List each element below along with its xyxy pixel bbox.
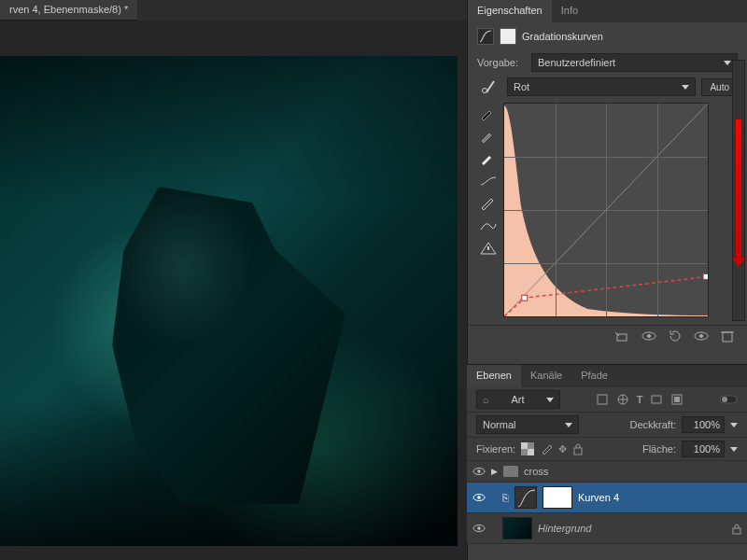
preset-select[interactable]: Benutzerdefiniert (531, 53, 738, 72)
layer-row-kurven4[interactable]: ⎘ Kurven 4 (467, 483, 747, 513)
channel-select[interactable]: Rot (507, 77, 696, 96)
properties-footer (468, 325, 747, 346)
svg-rect-10 (723, 332, 732, 342)
svg-point-24 (477, 469, 481, 473)
group-name: cross (524, 466, 548, 477)
filter-adjustment-icon[interactable] (616, 393, 629, 406)
tab-kanaele[interactable]: Kanäle (521, 365, 571, 387)
svg-rect-4 (703, 273, 708, 279)
clip-warning-icon[interactable] (479, 241, 498, 256)
lock-pixels-icon[interactable] (540, 442, 553, 455)
smooth-curve-icon[interactable] (479, 218, 498, 233)
blend-mode-select[interactable]: Normal (476, 415, 579, 434)
fill-input[interactable] (682, 441, 725, 457)
layers-tabs: Ebenen Kanäle Pfade (467, 365, 747, 387)
reset-icon[interactable] (667, 329, 684, 343)
annotation-red-arrow-icon (736, 119, 741, 258)
adjustment-thumb[interactable] (514, 486, 537, 509)
svg-point-0 (483, 89, 487, 93)
lock-position-icon[interactable]: ✥ (558, 443, 567, 455)
filter-text-icon[interactable]: T (637, 394, 643, 405)
layer-name: Hintergrund (538, 523, 591, 534)
filter-smartobject-icon[interactable] (670, 393, 684, 406)
svg-rect-3 (522, 295, 528, 301)
layers-panel: Ebenen Kanäle Pfade ⌕ Art T Normal Deckk… (467, 364, 747, 544)
mask-thumb[interactable] (543, 486, 572, 509)
curve-point-tool-icon[interactable] (479, 174, 498, 189)
layer-list: ▶ cross ⎘ Kurven 4 Hintergrund (467, 461, 747, 544)
visibility-eye-icon[interactable] (472, 491, 486, 504)
svg-rect-16 (674, 397, 680, 402)
toggle-visibility-icon[interactable] (641, 329, 657, 343)
preset-value: Benutzerdefiniert (538, 57, 615, 68)
link-icon[interactable]: ⎘ (502, 492, 509, 503)
layer-mask-icon (500, 28, 516, 45)
svg-rect-14 (652, 396, 661, 403)
black-point-eyedropper-icon[interactable] (479, 106, 498, 121)
visibility-eye-icon[interactable] (472, 465, 486, 478)
filter-value: Art (511, 394, 524, 405)
opacity-label: Deckkraft: (629, 419, 676, 430)
canvas-area (0, 21, 467, 560)
svg-point-9 (699, 334, 703, 338)
opacity-input[interactable] (682, 416, 725, 433)
svg-rect-22 (574, 448, 582, 455)
blend-mode-value: Normal (483, 419, 515, 430)
layer-row-hintergrund[interactable]: Hintergrund (467, 513, 747, 544)
chevron-down-icon (565, 423, 572, 427)
svg-rect-20 (521, 442, 528, 449)
chevron-down-icon[interactable] (730, 423, 738, 427)
image-content (112, 187, 345, 504)
curve-tools-column (477, 103, 500, 317)
visibility-eye-icon[interactable] (472, 522, 486, 535)
curves-chart[interactable] (503, 103, 709, 317)
lock-transparency-icon[interactable] (521, 442, 534, 455)
lock-label: Fixieren: (476, 443, 515, 455)
tab-ebenen[interactable]: Ebenen (467, 365, 521, 387)
folder-icon (503, 466, 518, 477)
delete-icon[interactable] (719, 329, 736, 343)
svg-point-7 (647, 334, 651, 338)
layer-thumb[interactable] (502, 517, 532, 539)
fill-label: Fläche: (642, 443, 676, 455)
svg-point-18 (722, 397, 727, 402)
white-point-eyedropper-icon[interactable] (479, 151, 498, 166)
layer-name: Kurven 4 (578, 492, 619, 503)
document-image[interactable] (0, 56, 458, 546)
filter-pixel-icon[interactable] (596, 393, 609, 406)
layer-filter-select[interactable]: ⌕ Art (476, 390, 560, 409)
eye-toggle-icon[interactable] (693, 329, 710, 343)
layer-group-row[interactable]: ▶ cross (467, 461, 747, 483)
chevron-down-icon (546, 398, 554, 402)
chevron-down-icon (682, 85, 689, 90)
svg-rect-12 (598, 395, 607, 404)
chevron-down-icon[interactable] (730, 447, 738, 452)
clip-to-layer-icon[interactable] (614, 329, 631, 343)
adjustment-title: Gradationskurven (522, 31, 603, 42)
tab-pfade[interactable]: Pfade (571, 365, 617, 387)
svg-rect-29 (733, 528, 740, 534)
lock-icon[interactable] (732, 524, 741, 533)
svg-point-28 (477, 526, 481, 530)
svg-rect-1 (487, 246, 489, 250)
document-title: rven 4, Ebenenmaske/8) * (9, 4, 128, 15)
target-adjustment-icon[interactable] (477, 78, 501, 95)
properties-tabs: Eigenschaften Info (468, 0, 747, 22)
svg-point-26 (477, 496, 481, 499)
filter-toggle-switch[interactable] (719, 394, 738, 405)
pencil-tool-icon[interactable] (479, 196, 498, 211)
channel-value: Rot (514, 81, 529, 92)
preset-label: Vorgabe: (477, 57, 526, 68)
tab-eigenschaften[interactable]: Eigenschaften (468, 0, 552, 22)
red-channel-curve[interactable] (504, 104, 708, 316)
svg-rect-21 (528, 449, 534, 455)
document-tab[interactable]: rven 4, Ebenenmaske/8) * (0, 0, 137, 21)
filter-shape-icon[interactable] (650, 393, 663, 406)
curves-adjustment-icon (477, 28, 494, 45)
lock-all-icon[interactable] (572, 442, 584, 455)
expand-chevron-icon[interactable]: ▶ (491, 467, 498, 476)
chevron-down-icon (724, 61, 731, 65)
tab-info[interactable]: Info (552, 0, 587, 22)
gray-point-eyedropper-icon[interactable] (479, 129, 498, 144)
